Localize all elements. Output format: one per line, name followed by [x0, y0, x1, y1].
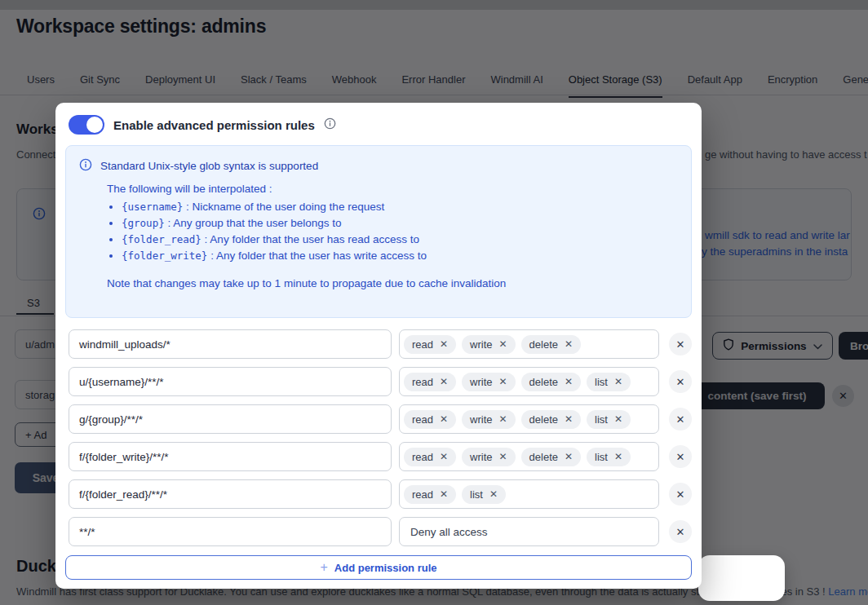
delete-rule-button[interactable]: ✕: [669, 370, 692, 393]
rule-pattern-input[interactable]: windmill_uploads/*: [69, 329, 392, 359]
permission-tag: list✕: [587, 410, 631, 429]
permission-tag: write✕: [462, 410, 516, 429]
tag-remove-icon[interactable]: ✕: [614, 413, 622, 425]
tag-remove-icon[interactable]: ✕: [489, 488, 498, 500]
permission-tag: delete✕: [521, 448, 581, 466]
info-circle-icon: [324, 117, 336, 133]
tag-remove-icon[interactable]: ✕: [499, 451, 507, 462]
permission-tag: read✕: [404, 373, 456, 391]
infobox-content: The following will be interpolated : {us…: [107, 183, 678, 264]
cache-note: Note that changes may take up to 1 minut…: [107, 277, 678, 289]
permission-tag: write✕: [462, 335, 516, 354]
permission-tag: list✕: [462, 485, 506, 504]
info-circle-icon: [79, 158, 92, 174]
rule-tags-box[interactable]: Deny all access: [399, 517, 659, 546]
close-icon: ✕: [676, 338, 685, 351]
rule-tags-box[interactable]: read✕ write✕ delete✕ list✕: [399, 442, 659, 471]
permission-tag: list✕: [587, 373, 631, 391]
infobox-title: Standard Unix-style glob syntax is suppo…: [100, 160, 318, 172]
permission-tag: delete✕: [521, 410, 581, 429]
add-permission-rule-button[interactable]: + Add permission rule: [65, 555, 692, 580]
rule-tags-box[interactable]: read✕ write✕ delete✕ list✕: [399, 404, 659, 434]
permission-rule-row: **/* Deny all access ✕: [69, 517, 689, 546]
list-item: {folder_read} : Any folder that the user…: [122, 232, 678, 248]
rule-pattern-input[interactable]: u/{username}/**/*: [69, 367, 392, 396]
tag-remove-icon[interactable]: ✕: [614, 451, 622, 462]
tag-remove-icon[interactable]: ✕: [440, 413, 448, 425]
tag-remove-icon[interactable]: ✕: [499, 413, 507, 425]
rule-tags-box[interactable]: read✕ write✕ delete✕: [399, 329, 659, 359]
close-icon: ✕: [676, 526, 685, 538]
tag-remove-icon[interactable]: ✕: [440, 376, 448, 387]
close-icon: ✕: [676, 488, 685, 501]
infobox-title-row: Standard Unix-style glob syntax is suppo…: [79, 158, 678, 174]
list-item: {username} : Nickname of the user doing …: [122, 199, 678, 215]
delete-rule-button[interactable]: ✕: [669, 483, 692, 506]
deny-all-access-label: Deny all access: [404, 526, 488, 538]
tag-remove-icon[interactable]: ✕: [440, 488, 448, 500]
interpolation-list: {username} : Nickname of the user doing …: [107, 199, 678, 264]
permission-rule-row: f/{folder_read}/**/* read✕ list✕ ✕: [69, 479, 689, 509]
permission-tag: read✕: [404, 335, 456, 354]
list-item: {folder_write} : Any folder that the use…: [122, 248, 678, 264]
list-item: {group} : Any group that the user belong…: [122, 215, 678, 232]
permission-rule-row: windmill_uploads/* read✕ write✕ delete✕ …: [69, 329, 689, 359]
rule-pattern-input[interactable]: g/{group}/**/*: [69, 404, 392, 434]
permission-tag: delete✕: [521, 335, 581, 354]
permission-tag: list✕: [587, 448, 631, 466]
tag-remove-icon[interactable]: ✕: [614, 376, 622, 387]
advanced-permission-rules-modal: Enable advanced permission rules Standar…: [55, 103, 702, 589]
close-icon: ✕: [676, 376, 685, 388]
tag-remove-icon[interactable]: ✕: [565, 338, 573, 350]
close-icon: ✕: [676, 413, 685, 426]
tag-remove-icon[interactable]: ✕: [565, 376, 573, 387]
tag-remove-icon[interactable]: ✕: [565, 413, 573, 425]
permission-tag: read✕: [404, 410, 456, 429]
rule-pattern-input[interactable]: f/{folder_write}/**/*: [69, 442, 392, 471]
plus-icon: +: [320, 560, 327, 575]
enable-rules-toggle-row: Enable advanced permission rules: [69, 115, 336, 135]
delete-rule-button[interactable]: ✕: [669, 408, 692, 431]
permission-rule-row: u/{username}/**/* read✕ write✕ delete✕ l…: [69, 367, 689, 396]
tag-remove-icon[interactable]: ✕: [499, 376, 507, 387]
permission-tag: read✕: [404, 448, 456, 466]
tag-remove-icon[interactable]: ✕: [565, 451, 573, 462]
floating-panel: [698, 555, 785, 601]
permission-tag: write✕: [462, 373, 516, 391]
enable-rules-toggle[interactable]: [69, 115, 104, 135]
glob-syntax-infobox: Standard Unix-style glob syntax is suppo…: [65, 145, 692, 318]
rule-pattern-input[interactable]: f/{folder_read}/**/*: [69, 479, 392, 509]
enable-rules-label: Enable advanced permission rules: [113, 118, 315, 132]
rule-tags-box[interactable]: read✕ write✕ delete✕ list✕: [399, 367, 659, 396]
interpolation-intro: The following will be interpolated :: [107, 183, 678, 195]
permission-rule-row: g/{group}/**/* read✕ write✕ delete✕ list…: [69, 404, 689, 434]
tag-remove-icon[interactable]: ✕: [499, 338, 507, 350]
delete-rule-button[interactable]: ✕: [669, 333, 692, 355]
tag-remove-icon[interactable]: ✕: [440, 338, 448, 350]
permission-tag: write✕: [462, 448, 516, 466]
tag-remove-icon[interactable]: ✕: [440, 451, 448, 462]
toggle-knob: [86, 117, 103, 133]
permission-rule-row: f/{folder_write}/**/* read✕ write✕ delet…: [69, 442, 689, 471]
rule-tags-box[interactable]: read✕ list✕: [399, 479, 659, 509]
add-permission-rule-label: Add permission rule: [334, 562, 437, 574]
permission-tag: read✕: [404, 485, 456, 504]
delete-rule-button[interactable]: ✕: [669, 520, 692, 543]
close-icon: ✕: [676, 451, 685, 463]
permission-tag: delete✕: [521, 373, 581, 391]
delete-rule-button[interactable]: ✕: [669, 445, 692, 468]
rule-pattern-input[interactable]: **/*: [69, 517, 392, 546]
